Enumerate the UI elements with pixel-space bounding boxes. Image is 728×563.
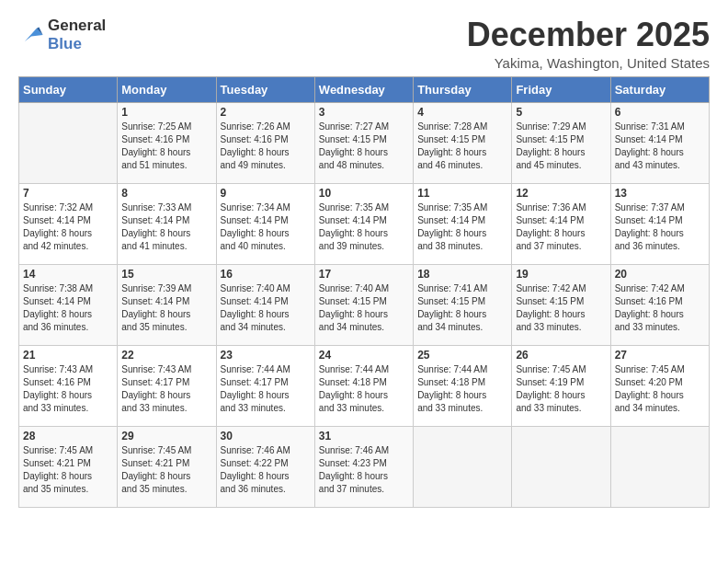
day-info: Sunrise: 7:43 AM Sunset: 4:17 PM Dayligh… <box>121 363 211 415</box>
day-number: 14 <box>23 268 113 281</box>
calendar-cell: 4Sunrise: 7:28 AM Sunset: 4:15 PM Daylig… <box>414 102 512 183</box>
day-info: Sunrise: 7:36 AM Sunset: 4:14 PM Dayligh… <box>516 201 606 253</box>
day-number: 11 <box>417 187 507 200</box>
calendar-cell: 5Sunrise: 7:29 AM Sunset: 4:15 PM Daylig… <box>512 102 610 183</box>
day-info: Sunrise: 7:34 AM Sunset: 4:14 PM Dayligh… <box>221 201 311 253</box>
weekday-header: Thursday <box>414 76 512 102</box>
day-number: 17 <box>319 268 409 281</box>
day-number: 8 <box>121 187 211 200</box>
calendar-cell: 30Sunrise: 7:46 AM Sunset: 4:22 PM Dayli… <box>216 426 314 507</box>
day-number: 3 <box>319 106 409 119</box>
calendar-cell: 20Sunrise: 7:42 AM Sunset: 4:16 PM Dayli… <box>610 264 709 345</box>
day-info: Sunrise: 7:32 AM Sunset: 4:14 PM Dayligh… <box>23 201 113 253</box>
location-title: Yakima, Washington, United States <box>467 55 710 71</box>
day-info: Sunrise: 7:28 AM Sunset: 4:15 PM Dayligh… <box>417 121 507 172</box>
day-info: Sunrise: 7:43 AM Sunset: 4:16 PM Dayligh… <box>23 363 113 415</box>
calendar-cell: 19Sunrise: 7:42 AM Sunset: 4:15 PM Dayli… <box>512 264 610 345</box>
calendar-cell: 21Sunrise: 7:43 AM Sunset: 4:16 PM Dayli… <box>19 345 118 426</box>
day-number: 31 <box>319 430 409 442</box>
header-row-days: SundayMondayTuesdayWednesdayThursdayFrid… <box>19 76 710 102</box>
day-info: Sunrise: 7:35 AM Sunset: 4:14 PM Dayligh… <box>319 201 409 253</box>
calendar-cell: 26Sunrise: 7:45 AM Sunset: 4:19 PM Dayli… <box>512 345 610 426</box>
weekday-header: Sunday <box>19 76 118 102</box>
day-number: 29 <box>121 430 211 442</box>
calendar-cell: 13Sunrise: 7:37 AM Sunset: 4:14 PM Dayli… <box>610 183 709 264</box>
day-info: Sunrise: 7:46 AM Sunset: 4:22 PM Dayligh… <box>221 444 311 496</box>
calendar-cell: 12Sunrise: 7:36 AM Sunset: 4:14 PM Dayli… <box>512 183 610 264</box>
calendar-cell <box>414 426 512 507</box>
day-info: Sunrise: 7:40 AM Sunset: 4:14 PM Dayligh… <box>221 282 311 334</box>
calendar-week-row: 14Sunrise: 7:38 AM Sunset: 4:14 PM Dayli… <box>19 264 710 345</box>
day-number: 23 <box>221 349 311 362</box>
day-info: Sunrise: 7:37 AM Sunset: 4:14 PM Dayligh… <box>615 201 705 253</box>
day-info: Sunrise: 7:45 AM Sunset: 4:21 PM Dayligh… <box>121 444 211 496</box>
calendar-table: SundayMondayTuesdayWednesdayThursdayFrid… <box>18 76 710 508</box>
calendar-cell <box>512 426 610 507</box>
day-number: 28 <box>23 430 113 442</box>
day-info: Sunrise: 7:44 AM Sunset: 4:18 PM Dayligh… <box>417 363 507 415</box>
calendar-cell: 17Sunrise: 7:40 AM Sunset: 4:15 PM Dayli… <box>314 264 413 345</box>
calendar-cell: 18Sunrise: 7:41 AM Sunset: 4:15 PM Dayli… <box>414 264 512 345</box>
calendar-cell: 9Sunrise: 7:34 AM Sunset: 4:14 PM Daylig… <box>216 183 314 264</box>
day-number: 13 <box>615 187 705 200</box>
day-number: 9 <box>221 187 311 200</box>
calendar-cell: 27Sunrise: 7:45 AM Sunset: 4:20 PM Dayli… <box>610 345 709 426</box>
day-info: Sunrise: 7:35 AM Sunset: 4:14 PM Dayligh… <box>417 201 507 253</box>
page-container: General Blue December 2025 Yakima, Washi… <box>0 0 728 517</box>
month-title: December 2025 <box>467 17 710 53</box>
calendar-cell: 24Sunrise: 7:44 AM Sunset: 4:18 PM Dayli… <box>314 345 413 426</box>
weekday-header: Wednesday <box>314 76 413 102</box>
weekday-header: Saturday <box>610 76 709 102</box>
weekday-header: Friday <box>512 76 610 102</box>
day-number: 18 <box>417 268 507 281</box>
day-number: 4 <box>417 106 507 119</box>
day-info: Sunrise: 7:38 AM Sunset: 4:14 PM Dayligh… <box>23 282 113 334</box>
calendar-cell: 11Sunrise: 7:35 AM Sunset: 4:14 PM Dayli… <box>414 183 512 264</box>
calendar-cell: 14Sunrise: 7:38 AM Sunset: 4:14 PM Dayli… <box>19 264 118 345</box>
calendar-week-row: 1Sunrise: 7:25 AM Sunset: 4:16 PM Daylig… <box>19 102 710 183</box>
day-number: 21 <box>23 349 113 362</box>
calendar-week-row: 28Sunrise: 7:45 AM Sunset: 4:21 PM Dayli… <box>19 426 710 507</box>
day-info: Sunrise: 7:27 AM Sunset: 4:15 PM Dayligh… <box>319 121 409 172</box>
day-number: 20 <box>615 268 705 281</box>
day-number: 25 <box>417 349 507 362</box>
logo-icon <box>18 22 44 48</box>
day-number: 7 <box>23 187 113 200</box>
day-info: Sunrise: 7:45 AM Sunset: 4:21 PM Dayligh… <box>23 444 113 496</box>
logo-text: General Blue <box>48 17 106 52</box>
day-info: Sunrise: 7:42 AM Sunset: 4:15 PM Dayligh… <box>516 282 606 334</box>
calendar-cell: 28Sunrise: 7:45 AM Sunset: 4:21 PM Dayli… <box>19 426 118 507</box>
logo: General Blue <box>18 17 106 52</box>
weekday-header: Monday <box>118 76 216 102</box>
day-info: Sunrise: 7:42 AM Sunset: 4:16 PM Dayligh… <box>615 282 705 334</box>
calendar-cell: 8Sunrise: 7:33 AM Sunset: 4:14 PM Daylig… <box>118 183 216 264</box>
day-info: Sunrise: 7:46 AM Sunset: 4:23 PM Dayligh… <box>319 444 409 496</box>
calendar-cell: 16Sunrise: 7:40 AM Sunset: 4:14 PM Dayli… <box>216 264 314 345</box>
calendar-cell: 1Sunrise: 7:25 AM Sunset: 4:16 PM Daylig… <box>118 102 216 183</box>
header-row: General Blue December 2025 Yakima, Washi… <box>18 17 710 71</box>
day-info: Sunrise: 7:25 AM Sunset: 4:16 PM Dayligh… <box>121 121 211 172</box>
day-number: 24 <box>319 349 409 362</box>
calendar-cell: 7Sunrise: 7:32 AM Sunset: 4:14 PM Daylig… <box>19 183 118 264</box>
day-number: 19 <box>516 268 606 281</box>
title-block: December 2025 Yakima, Washington, United… <box>467 17 710 71</box>
calendar-cell: 15Sunrise: 7:39 AM Sunset: 4:14 PM Dayli… <box>118 264 216 345</box>
day-info: Sunrise: 7:45 AM Sunset: 4:20 PM Dayligh… <box>615 363 705 415</box>
calendar-cell <box>610 426 709 507</box>
calendar-cell: 2Sunrise: 7:26 AM Sunset: 4:16 PM Daylig… <box>216 102 314 183</box>
day-info: Sunrise: 7:44 AM Sunset: 4:18 PM Dayligh… <box>319 363 409 415</box>
calendar-cell: 3Sunrise: 7:27 AM Sunset: 4:15 PM Daylig… <box>314 102 413 183</box>
day-number: 1 <box>121 106 211 119</box>
day-number: 12 <box>516 187 606 200</box>
day-info: Sunrise: 7:44 AM Sunset: 4:17 PM Dayligh… <box>221 363 311 415</box>
calendar-cell: 23Sunrise: 7:44 AM Sunset: 4:17 PM Dayli… <box>216 345 314 426</box>
day-info: Sunrise: 7:33 AM Sunset: 4:14 PM Dayligh… <box>121 201 211 253</box>
calendar-cell: 6Sunrise: 7:31 AM Sunset: 4:14 PM Daylig… <box>610 102 709 183</box>
calendar-week-row: 7Sunrise: 7:32 AM Sunset: 4:14 PM Daylig… <box>19 183 710 264</box>
day-info: Sunrise: 7:31 AM Sunset: 4:14 PM Dayligh… <box>615 121 705 172</box>
day-info: Sunrise: 7:29 AM Sunset: 4:15 PM Dayligh… <box>516 121 606 172</box>
day-info: Sunrise: 7:40 AM Sunset: 4:15 PM Dayligh… <box>319 282 409 334</box>
calendar-cell: 22Sunrise: 7:43 AM Sunset: 4:17 PM Dayli… <box>118 345 216 426</box>
day-info: Sunrise: 7:39 AM Sunset: 4:14 PM Dayligh… <box>121 282 211 334</box>
calendar-week-row: 21Sunrise: 7:43 AM Sunset: 4:16 PM Dayli… <box>19 345 710 426</box>
